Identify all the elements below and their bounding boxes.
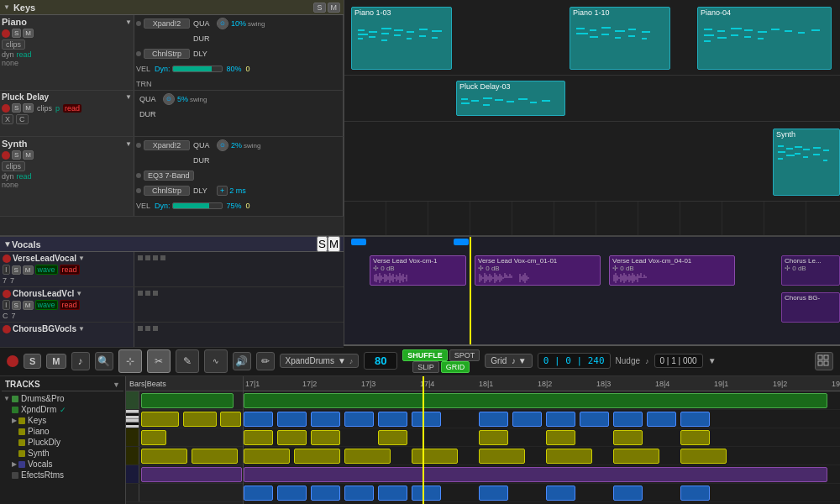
chorus-lead-clip[interactable]: Chorus Le... ✢ 0 dB bbox=[781, 255, 840, 286]
piano-fx2-name[interactable]: ChnlStrp bbox=[144, 49, 190, 59]
piano-bottom-clip-8[interactable] bbox=[512, 412, 542, 427]
piano-1-03-clip[interactable]: Piano 1-03 bbox=[351, 7, 452, 70]
synth-bottom-clip-1[interactable] bbox=[244, 449, 290, 464]
synth-bottom-clip-7[interactable] bbox=[613, 449, 659, 464]
tracks-collapse[interactable]: ▼ bbox=[113, 381, 120, 389]
pluck-qua-knob[interactable]: ⊙ bbox=[163, 93, 175, 105]
efects-bottom-clip-4[interactable] bbox=[344, 486, 374, 501]
vocals-collapse-arrow[interactable]: ▼ bbox=[3, 239, 12, 249]
transport-pencil-tool[interactable]: ✎ bbox=[176, 349, 199, 373]
synth-fx3-name[interactable]: ChnlStrp bbox=[144, 186, 190, 196]
piano-clips-dropdown[interactable]: clips bbox=[2, 39, 25, 50]
pluck-bottom-clip-7[interactable] bbox=[613, 430, 643, 445]
efects-bottom-clip-3[interactable] bbox=[311, 486, 340, 501]
pluck-bottom-clip-5[interactable] bbox=[479, 430, 508, 445]
transport-pencil-icon[interactable]: ✏ bbox=[256, 352, 275, 370]
synth-dly-plus[interactable]: + bbox=[217, 186, 228, 196]
transport-wave-tool[interactable]: ∿ bbox=[204, 349, 228, 373]
piano-dropdown[interactable]: ▼ bbox=[125, 18, 132, 26]
piano-bottom-clip-6[interactable] bbox=[412, 412, 441, 427]
efects-bottom-clip-1[interactable] bbox=[244, 486, 273, 501]
pluck-bottom-clip-8[interactable] bbox=[680, 430, 710, 445]
efects-bottom-clip-7[interactable] bbox=[479, 486, 508, 501]
chorus-lead-i-label[interactable]: I bbox=[3, 300, 10, 310]
tree-efectsrtms[interactable]: EfectsRtms bbox=[10, 470, 123, 480]
pluck-c-label[interactable]: C bbox=[16, 114, 29, 124]
verse-m-button[interactable]: M bbox=[23, 265, 34, 275]
instrument-selector[interactable]: XpandDrums ▼ ♪ bbox=[280, 354, 360, 368]
tree-pluck-dly[interactable]: PluckDly bbox=[2, 437, 123, 448]
piano-bottom-clip-5[interactable] bbox=[378, 412, 407, 427]
tree-vocals[interactable]: ▶ Vocals bbox=[10, 459, 123, 470]
chorus-lead-dropdown[interactable]: ▼ bbox=[76, 290, 82, 297]
chorus-bg-rec-button[interactable] bbox=[3, 325, 11, 333]
synth-fx2-name[interactable]: EQ3 7-Band bbox=[144, 171, 194, 181]
pluck-bottom-clip-2[interactable] bbox=[277, 430, 307, 445]
pluck-bottom-clip-1[interactable] bbox=[244, 430, 273, 445]
pluck-bottom-clip-4[interactable] bbox=[378, 430, 407, 445]
piano-bottom-clip-9[interactable] bbox=[546, 412, 575, 427]
tree-piano[interactable]: Piano bbox=[2, 426, 123, 437]
vocals-m-button[interactable]: M bbox=[328, 236, 340, 252]
piano-bottom-clip-13[interactable] bbox=[680, 412, 710, 427]
synth-bottom-clip-4[interactable] bbox=[412, 449, 458, 464]
slip-button[interactable]: SLIP bbox=[412, 361, 439, 373]
piano-bottom-clip-1[interactable] bbox=[244, 412, 273, 427]
nudge-dropdown[interactable]: ▼ bbox=[708, 356, 717, 365]
synth-fx1-name[interactable]: Xpand!2 bbox=[144, 140, 190, 150]
transport-s-btn[interactable]: S bbox=[24, 354, 41, 369]
synth-rec-button[interactable] bbox=[2, 151, 10, 160]
pluck-bottom-clip-6[interactable] bbox=[546, 430, 575, 445]
piano-bottom-clip-4[interactable] bbox=[344, 412, 374, 427]
spot-button[interactable]: SPOT bbox=[449, 349, 480, 361]
pluck-s-button[interactable]: S bbox=[12, 103, 21, 113]
transport-note-icon[interactable]: ♪ bbox=[71, 352, 90, 370]
piano-fx1-name[interactable]: Xpand!2 bbox=[144, 18, 190, 29]
piano-qua-knob[interactable]: ⊙ bbox=[217, 18, 228, 29]
chorus-lead-m-button[interactable]: M bbox=[23, 301, 34, 310]
piano-04-clip[interactable]: Piano-04 bbox=[697, 7, 832, 70]
tree-drums-pro[interactable]: ▼ Drums&Pro bbox=[2, 393, 123, 404]
chorus-bg-clip[interactable]: Chorus BG- bbox=[781, 292, 840, 323]
tree-keys[interactable]: ▶ Keys bbox=[10, 415, 123, 426]
synth-bottom-clip-2[interactable] bbox=[294, 449, 340, 464]
efects-bottom-clip-6[interactable] bbox=[412, 486, 441, 501]
piano-1-10-clip[interactable]: Piano 1-10 bbox=[570, 7, 670, 70]
chorus-bg-dropdown[interactable]: ▼ bbox=[78, 325, 85, 333]
piano-bottom-clip-2[interactable] bbox=[277, 412, 307, 427]
verse-dropdown[interactable]: ▼ bbox=[78, 255, 85, 262]
efects-bottom-clip-2[interactable] bbox=[277, 486, 307, 501]
grid-selector[interactable]: Grid ♪ ▼ bbox=[485, 354, 532, 368]
transport-speaker-icon[interactable]: 🔊 bbox=[233, 352, 251, 370]
efects-bottom-clip-10[interactable] bbox=[680, 486, 710, 501]
piano-m-button[interactable]: M bbox=[23, 29, 34, 38]
piano-bottom-clip-10[interactable] bbox=[580, 412, 609, 427]
efects-bottom-clip-9[interactable] bbox=[613, 486, 643, 501]
chorus-lead-rec-button[interactable] bbox=[3, 290, 11, 298]
synth-bottom-clip-8[interactable] bbox=[680, 449, 727, 464]
synth-vel-bar[interactable] bbox=[172, 202, 223, 209]
chorus-lead-s-button[interactable]: S bbox=[12, 301, 21, 310]
transport-rec-button[interactable] bbox=[7, 355, 18, 367]
counter-display[interactable]: 0 | 0 | 240 bbox=[538, 353, 611, 369]
transport-cursor-tool[interactable]: ⊹ bbox=[118, 349, 142, 373]
keys-s-button[interactable]: S bbox=[313, 3, 325, 13]
transport-search-icon[interactable]: 🔍 bbox=[95, 352, 113, 370]
piano-bottom-clip-11[interactable] bbox=[613, 412, 643, 427]
verse-s-button[interactable]: S bbox=[12, 265, 21, 275]
vocals-bottom-clip-main[interactable] bbox=[244, 467, 827, 482]
nudge-value[interactable]: 0 | 1 | 000 bbox=[654, 354, 703, 368]
pluck-x-label[interactable]: X bbox=[2, 114, 13, 124]
synth-clips-dropdown[interactable]: clips bbox=[2, 161, 25, 171]
piano-bottom-clip-7[interactable] bbox=[479, 412, 508, 427]
piano-bottom-clip-3[interactable] bbox=[311, 412, 340, 427]
drums-bottom-clip[interactable] bbox=[244, 393, 827, 408]
tree-xpnd-drm[interactable]: XpndDrm ✓ bbox=[10, 404, 123, 415]
piano-vel-bar[interactable] bbox=[172, 66, 223, 72]
pluck-bottom-clip-3[interactable] bbox=[311, 430, 340, 445]
tree-synth[interactable]: Synth bbox=[2, 448, 123, 459]
keys-collapse-arrow[interactable]: ▼ bbox=[3, 3, 10, 11]
verse-lead-vox-clip-3[interactable]: Verse Lead Vox-cm_04-01 ✢ 0 dB bbox=[609, 255, 735, 286]
transport-trim-tool[interactable]: ✂ bbox=[147, 349, 171, 373]
grid-button[interactable]: GRID bbox=[441, 361, 470, 373]
